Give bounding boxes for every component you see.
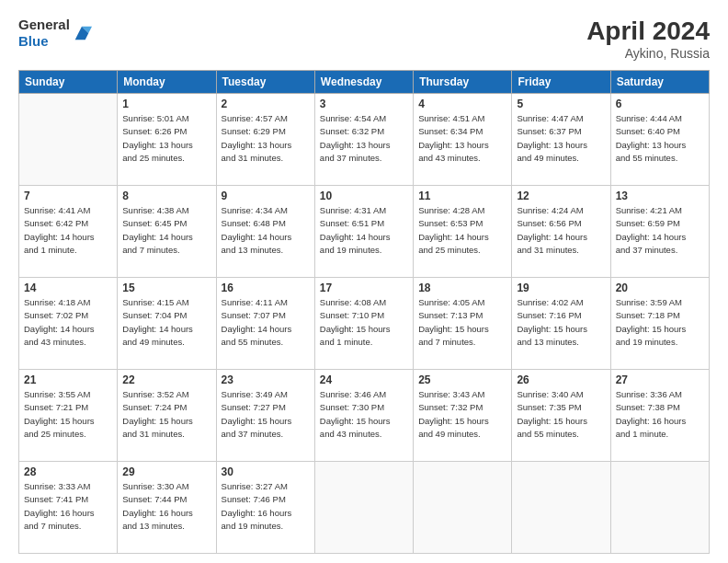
day-info: Sunrise: 4:21 AMSunset: 6:59 PMDaylight:… — [616, 204, 704, 257]
day-info-line: Sunrise: 3:59 AM — [616, 296, 704, 309]
day-info-line: and 7 minutes. — [122, 244, 210, 257]
weekday-monday: Monday — [118, 71, 216, 94]
day-info-line: Sunset: 6:34 PM — [418, 125, 506, 138]
day-info-line: Sunset: 7:27 PM — [222, 401, 310, 414]
day-info: Sunrise: 4:28 AMSunset: 6:53 PMDaylight:… — [418, 204, 506, 257]
day-info-line: Sunrise: 4:57 AM — [222, 112, 310, 125]
weekday-header-row: SundayMondayTuesdayWednesdayThursdayFrid… — [19, 71, 710, 94]
header: General Blue April 2024 Aykino, Russia — [18, 17, 710, 61]
day-info: Sunrise: 4:41 AMSunset: 6:42 PMDaylight:… — [24, 204, 112, 257]
day-info: Sunrise: 4:31 AMSunset: 6:51 PMDaylight:… — [320, 204, 408, 257]
day-info: Sunrise: 4:57 AMSunset: 6:29 PMDaylight:… — [222, 112, 310, 165]
day-info-line: Sunrise: 3:30 AM — [122, 480, 210, 493]
day-info-line: Sunrise: 3:49 AM — [222, 388, 310, 401]
day-info-line: Sunset: 6:59 PM — [616, 217, 704, 230]
calendar-cell: 13Sunrise: 4:21 AMSunset: 6:59 PMDayligh… — [610, 186, 709, 278]
day-info: Sunrise: 4:18 AMSunset: 7:02 PMDaylight:… — [24, 296, 112, 349]
day-info-line: and 13 minutes. — [122, 520, 210, 533]
day-info-line: Sunrise: 3:43 AM — [418, 388, 506, 401]
calendar-table: SundayMondayTuesdayWednesdayThursdayFrid… — [18, 70, 710, 554]
day-info-line: Daylight: 13 hours — [616, 139, 704, 152]
day-number: 4 — [418, 98, 506, 110]
day-info-line: Daylight: 13 hours — [222, 139, 310, 152]
calendar-cell: 18Sunrise: 4:05 AMSunset: 7:13 PMDayligh… — [414, 278, 512, 370]
day-info-line: Sunrise: 4:47 AM — [517, 112, 605, 125]
day-number: 30 — [222, 465, 310, 478]
day-info-line: Sunset: 7:30 PM — [320, 401, 408, 414]
day-info: Sunrise: 4:05 AMSunset: 7:13 PMDaylight:… — [418, 296, 506, 349]
calendar-cell: 20Sunrise: 3:59 AMSunset: 7:18 PMDayligh… — [610, 278, 709, 370]
day-info: Sunrise: 3:27 AMSunset: 7:46 PMDaylight:… — [222, 480, 310, 533]
day-number: 5 — [517, 98, 605, 110]
day-info-line: Sunrise: 4:18 AM — [24, 296, 112, 309]
calendar-cell: 25Sunrise: 3:43 AMSunset: 7:32 PMDayligh… — [414, 370, 512, 462]
day-info-line: Sunrise: 4:44 AM — [616, 112, 704, 125]
day-info-line: and 37 minutes. — [222, 428, 310, 441]
calendar-cell: 1Sunrise: 5:01 AMSunset: 6:26 PMDaylight… — [118, 94, 216, 186]
day-info-line: and 19 minutes. — [320, 244, 408, 257]
day-number: 24 — [320, 373, 408, 386]
day-info-line: Sunset: 7:13 PM — [418, 309, 506, 322]
day-info-line: Sunrise: 4:15 AM — [122, 296, 210, 309]
page: General Blue April 2024 Aykino, Russia S… — [0, 0, 728, 563]
day-number: 18 — [418, 282, 506, 294]
day-info-line: Daylight: 13 hours — [320, 139, 408, 152]
day-info: Sunrise: 3:36 AMSunset: 7:38 PMDaylight:… — [616, 388, 704, 441]
location: Aykino, Russia — [586, 46, 710, 61]
day-info-line: Sunrise: 4:54 AM — [320, 112, 408, 125]
day-info-line: and 13 minutes. — [222, 244, 310, 257]
day-info-line: Daylight: 16 hours — [222, 507, 310, 520]
day-info-line: Sunset: 7:02 PM — [24, 309, 112, 322]
day-info-line: and 25 minutes. — [24, 428, 112, 441]
day-info-line: Sunrise: 3:46 AM — [320, 388, 408, 401]
day-info-line: Sunset: 7:44 PM — [122, 493, 210, 506]
day-info-line: and 19 minutes. — [616, 336, 704, 349]
calendar-cell: 29Sunrise: 3:30 AMSunset: 7:44 PMDayligh… — [118, 462, 216, 554]
calendar-cell: 27Sunrise: 3:36 AMSunset: 7:38 PMDayligh… — [610, 370, 709, 462]
day-info: Sunrise: 4:24 AMSunset: 6:56 PMDaylight:… — [517, 204, 605, 257]
day-info: Sunrise: 3:46 AMSunset: 7:30 PMDaylight:… — [320, 388, 408, 441]
weekday-wednesday: Wednesday — [314, 71, 413, 94]
day-info: Sunrise: 4:08 AMSunset: 7:10 PMDaylight:… — [320, 296, 408, 349]
day-info-line: Sunrise: 4:08 AM — [320, 296, 408, 309]
day-info-line: Sunrise: 4:21 AM — [616, 204, 704, 217]
calendar-cell: 24Sunrise: 3:46 AMSunset: 7:30 PMDayligh… — [314, 370, 413, 462]
day-info-line: Sunset: 7:35 PM — [517, 401, 605, 414]
week-row-1: 7Sunrise: 4:41 AMSunset: 6:42 PMDaylight… — [19, 186, 710, 278]
day-number: 14 — [24, 282, 112, 294]
day-info-line: Daylight: 13 hours — [418, 139, 506, 152]
day-info-line: Sunrise: 3:40 AM — [517, 388, 605, 401]
day-number: 20 — [616, 282, 704, 294]
calendar-cell: 15Sunrise: 4:15 AMSunset: 7:04 PMDayligh… — [118, 278, 216, 370]
calendar-cell: 17Sunrise: 4:08 AMSunset: 7:10 PMDayligh… — [314, 278, 413, 370]
day-info-line: and 49 minutes. — [418, 428, 506, 441]
day-number: 6 — [616, 98, 704, 110]
day-info: Sunrise: 3:33 AMSunset: 7:41 PMDaylight:… — [24, 480, 112, 533]
day-info-line: Sunrise: 3:55 AM — [24, 388, 112, 401]
day-number: 2 — [222, 98, 310, 110]
calendar-cell: 14Sunrise: 4:18 AMSunset: 7:02 PMDayligh… — [19, 278, 118, 370]
day-info-line: Daylight: 15 hours — [517, 415, 605, 428]
day-number: 15 — [122, 282, 210, 294]
day-info-line: and 37 minutes. — [320, 152, 408, 165]
day-info-line: and 31 minutes. — [222, 152, 310, 165]
day-info-line: Sunset: 6:26 PM — [122, 125, 210, 138]
day-info: Sunrise: 4:34 AMSunset: 6:48 PMDaylight:… — [222, 204, 310, 257]
day-info-line: Sunset: 6:56 PM — [517, 217, 605, 230]
day-info-line: Sunrise: 4:28 AM — [418, 204, 506, 217]
day-info-line: Sunset: 7:07 PM — [222, 309, 310, 322]
calendar-cell: 23Sunrise: 3:49 AMSunset: 7:27 PMDayligh… — [216, 370, 314, 462]
day-info: Sunrise: 4:38 AMSunset: 6:45 PMDaylight:… — [122, 204, 210, 257]
day-info-line: Daylight: 15 hours — [320, 415, 408, 428]
week-row-3: 21Sunrise: 3:55 AMSunset: 7:21 PMDayligh… — [19, 370, 710, 462]
day-info-line: and 55 minutes. — [517, 428, 605, 441]
day-info-line: Sunset: 6:48 PM — [222, 217, 310, 230]
calendar-cell: 3Sunrise: 4:54 AMSunset: 6:32 PMDaylight… — [314, 94, 413, 186]
title-block: April 2024 Aykino, Russia — [586, 17, 710, 61]
day-info-line: Daylight: 14 hours — [222, 323, 310, 336]
day-info-line: Daylight: 15 hours — [24, 415, 112, 428]
day-number: 8 — [122, 190, 210, 202]
day-number: 28 — [24, 465, 112, 478]
day-number: 27 — [616, 373, 704, 386]
day-info-line: Daylight: 16 hours — [24, 507, 112, 520]
